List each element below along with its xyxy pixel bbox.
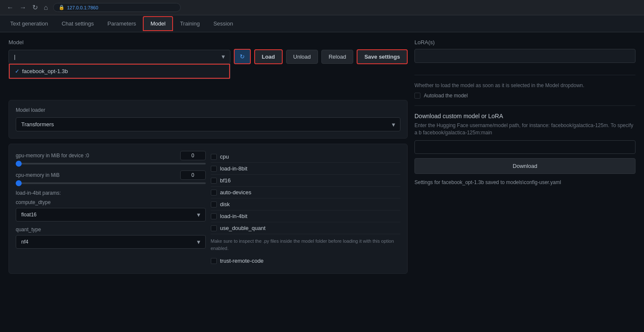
settings-two-col-box: gpu-memory in MiB for device :0 0 cpu-me…	[9, 144, 408, 274]
trust-remote-code-checkbox[interactable]	[211, 258, 217, 264]
lora-section-label: LoRA(s)	[414, 39, 635, 45]
quant-type-wrapper: nf4 fp4 ▼	[16, 235, 206, 249]
save-settings-button[interactable]: Save settings	[357, 49, 408, 64]
check-icon: ✓	[15, 68, 20, 74]
autoload-label: Autoload the model	[424, 93, 468, 99]
gpu-memory-slider-row: gpu-memory in MiB for device :0 0	[16, 151, 206, 165]
right-panel: LoRA(s) Whether to load the model as soo…	[414, 39, 635, 279]
tab-chat-settings[interactable]: Chat settings	[55, 17, 101, 30]
auto-devices-checkbox[interactable]	[211, 190, 217, 196]
tab-parameters[interactable]: Parameters	[101, 17, 143, 30]
refresh-button[interactable]: ↻	[234, 49, 251, 64]
bf16-label: bf16	[220, 177, 231, 184]
checkbox-load-in-4bit: load-in-4bit	[211, 210, 401, 222]
load-in-8bit-label: load-in-8bit	[220, 165, 247, 172]
bf16-checkbox[interactable]	[211, 178, 217, 184]
download-button[interactable]: Download	[414, 158, 635, 174]
tab-text-generation[interactable]: Text generation	[3, 17, 55, 30]
gpu-memory-thumb[interactable]	[16, 161, 22, 167]
left-panel: Model ▼ ✓facebook_opt-1.3b ↻ Load Unload…	[9, 39, 408, 279]
gpu-memory-value[interactable]: 0	[180, 151, 206, 160]
custom-model-input[interactable]	[414, 140, 635, 154]
custom-model-title: Download custom model or LoRA	[414, 113, 635, 119]
model-section-label: Model	[9, 39, 408, 45]
tab-bar: Text generation Chat settings Parameters…	[0, 15, 644, 32]
back-button[interactable]: ←	[5, 3, 15, 12]
load-button[interactable]: Load	[254, 49, 283, 64]
lora-input[interactable]	[414, 49, 635, 63]
checkbox-auto-devices: auto-devices	[211, 187, 401, 199]
disk-checkbox[interactable]	[211, 201, 217, 207]
gpu-memory-track[interactable]	[16, 163, 206, 165]
browser-bar: ← → ↻ ⌂ 🔒 127.0.0.1:7860	[0, 0, 644, 15]
main-content: Model ▼ ✓facebook_opt-1.3b ↻ Load Unload…	[0, 32, 644, 286]
cpu-label: cpu	[220, 153, 229, 160]
section-divider-2	[414, 105, 635, 106]
home-button[interactable]: ⌂	[42, 3, 50, 12]
model-loader-box: Model loader Transformers AutoGPTQ ExLla…	[9, 100, 408, 139]
cpu-memory-label: cpu-memory in MiB	[16, 172, 60, 178]
use-double-quant-checkbox[interactable]	[211, 225, 217, 231]
params-section-label: load-in-4bit params:	[16, 190, 206, 196]
quant-type-select[interactable]: nf4 fp4	[16, 235, 206, 249]
col-right: cpu load-in-8bit bf16 auto-devices disk	[211, 151, 401, 267]
cpu-memory-thumb[interactable]	[16, 180, 22, 186]
model-selector-row: ▼ ✓facebook_opt-1.3b ↻ Load Unload Reloa…	[9, 49, 408, 64]
section-divider	[414, 75, 635, 75]
autoload-row: Autoload the model	[414, 93, 635, 99]
status-text: Settings for facebook_opt-1.3b saved to …	[414, 179, 635, 186]
quant-type-label: quant_type	[16, 227, 206, 233]
reload-button[interactable]: ↻	[31, 3, 40, 12]
load-in-8bit-checkbox[interactable]	[211, 166, 217, 172]
autoload-checkbox[interactable]	[414, 93, 420, 99]
cpu-memory-track[interactable]	[16, 182, 206, 184]
address-bar[interactable]: 🔒 127.0.0.1:7860	[53, 3, 181, 12]
loader-select[interactable]: Transformers AutoGPTQ ExLlama llama.cpp	[16, 117, 400, 131]
model-loader-label: Model loader	[16, 107, 400, 113]
checkbox-cpu: cpu	[211, 151, 401, 163]
cpu-memory-slider-row: cpu-memory in MiB 0	[16, 170, 206, 184]
compute-dtype-label: compute_dtype	[16, 199, 206, 205]
model-dropdown-wrapper: ▼ ✓facebook_opt-1.3b	[9, 50, 230, 64]
loader-select-wrapper: Transformers AutoGPTQ ExLlama llama.cpp …	[16, 117, 400, 131]
model-input[interactable]	[9, 50, 230, 64]
checkbox-use-double-quant: use_double_quant	[211, 222, 401, 234]
checkbox-disk: disk	[211, 199, 401, 210]
checkbox-bf16: bf16	[211, 175, 401, 187]
checkbox-load-in-8bit: load-in-8bit	[211, 163, 401, 175]
url-text: 127.0.0.1:7860	[67, 5, 98, 10]
load-in-4bit-checkbox[interactable]	[211, 213, 217, 219]
checkbox-trust-remote-code: trust-remote-code	[211, 255, 401, 267]
reload-button-model[interactable]: Reload	[321, 50, 353, 64]
autoload-description: Whether to load the model as soon as it …	[414, 82, 635, 89]
auto-devices-label: auto-devices	[220, 189, 252, 196]
model-dropdown-menu: ✓facebook_opt-1.3b	[9, 64, 230, 79]
trust-remote-code-label: trust-remote-code	[220, 258, 264, 264]
disk-label: disk	[220, 201, 230, 207]
gpu-memory-label: gpu-memory in MiB for device :0	[16, 153, 89, 159]
lock-icon: 🔒	[59, 5, 65, 10]
tab-session[interactable]: Session	[207, 17, 240, 30]
compute-dtype-select[interactable]: float16 bfloat16 float32	[16, 208, 206, 221]
load-in-4bit-label: load-in-4bit	[220, 213, 247, 219]
tab-training[interactable]: Training	[173, 17, 206, 30]
custom-model-hint: Enter the Hugging Face username/model pa…	[414, 122, 635, 136]
unload-button[interactable]: Unload	[286, 50, 318, 64]
cpu-checkbox[interactable]	[211, 154, 217, 160]
cpu-memory-value[interactable]: 0	[180, 170, 206, 180]
use-double-quant-label: use_double_quant	[220, 225, 266, 231]
forward-button[interactable]: →	[18, 3, 28, 12]
model-option-facebook[interactable]: ✓facebook_opt-1.3b	[9, 64, 230, 79]
compute-dtype-wrapper: float16 bfloat16 float32 ▼	[16, 208, 206, 221]
use-double-quant-hint: Make sure to inspect the .py files insid…	[211, 234, 401, 255]
col-left: gpu-memory in MiB for device :0 0 cpu-me…	[16, 151, 206, 267]
nav-buttons: ← → ↻ ⌂	[5, 3, 50, 12]
tab-model[interactable]: Model	[143, 16, 173, 31]
